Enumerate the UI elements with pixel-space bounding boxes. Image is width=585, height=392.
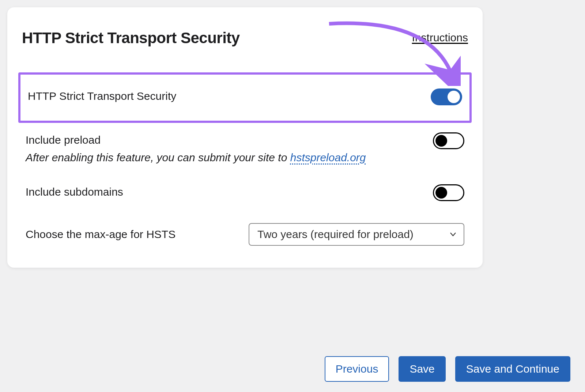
include-preload-toggle[interactable] [433, 132, 464, 149]
card-title: HTTP Strict Transport Security [22, 29, 240, 47]
toggle-knob-icon [448, 91, 460, 103]
row-max-age: Choose the max-age for HSTS Two years (r… [22, 212, 468, 246]
instructions-link[interactable]: Instructions [412, 31, 468, 44]
toggle-knob-icon [435, 135, 447, 147]
row-hsts-enable: HTTP Strict Transport Security [18, 72, 472, 123]
hsts-enable-toggle[interactable] [431, 88, 462, 105]
row-include-preload: Include preload After enabling this feat… [22, 123, 468, 175]
include-subdomains-toggle[interactable] [433, 184, 464, 201]
card-header: HTTP Strict Transport Security Instructi… [22, 29, 468, 47]
hsts-enable-label: HTTP Strict Transport Security [28, 90, 431, 102]
hsts-settings-card: HTTP Strict Transport Security Instructi… [7, 7, 483, 268]
include-preload-label: Include preload [26, 134, 433, 146]
toggle-knob-icon [435, 187, 447, 199]
preload-desc-text: After enabling this feature, you can sub… [26, 151, 290, 163]
max-age-selected-value: Two years (required for preload) [257, 228, 414, 241]
row-include-subdomains: Include subdomains [22, 175, 468, 212]
hstspreload-link[interactable]: hstspreload.org [290, 151, 366, 163]
include-preload-description: After enabling this feature, you can sub… [26, 151, 433, 164]
max-age-label: Choose the max-age for HSTS [26, 228, 176, 241]
include-subdomains-label: Include subdomains [26, 186, 433, 198]
max-age-select[interactable]: Two years (required for preload) [249, 223, 464, 246]
chevron-down-icon [449, 230, 457, 238]
